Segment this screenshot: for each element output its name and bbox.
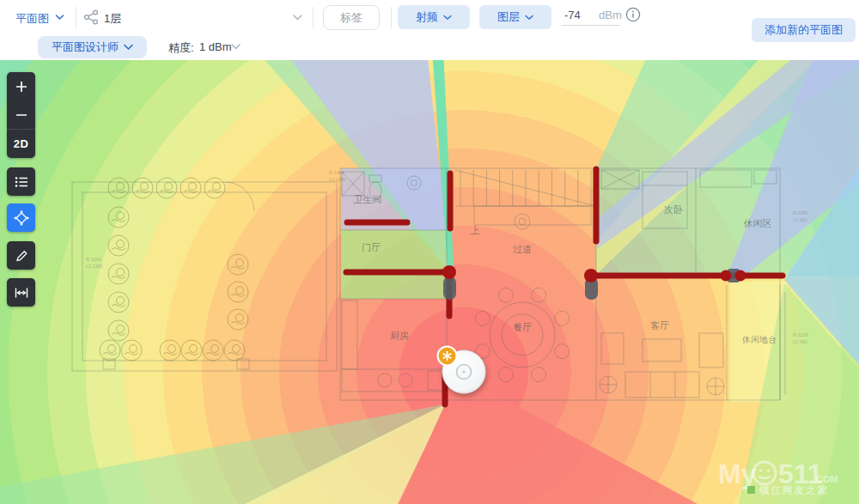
wall-endpoint[interactable] <box>735 270 746 282</box>
top-toolbar: 平面图 1层 标签 射频 图层 -74 dBm 添加新 <box>0 0 859 60</box>
divider <box>313 7 314 28</box>
signal-threshold-input[interactable]: -74 <box>564 9 581 21</box>
svg-text:.COM: .COM <box>813 474 838 484</box>
move-icon <box>13 209 30 227</box>
nodes-icon <box>83 9 100 25</box>
room-label-foyer: 门厅 <box>362 242 381 252</box>
room-label-up: 上 <box>471 225 480 235</box>
dbm-unit-label: dBm <box>599 9 622 21</box>
svg-text:镇江网友之家: 镇江网友之家 <box>758 484 829 496</box>
heatmap-canvas[interactable]: 卫生间 门厅 上 过道 厨房 餐厅 次卧 休闲区 客厅 休闲地台 R:1440 … <box>0 60 859 504</box>
tag-button[interactable]: 标签 <box>323 5 380 30</box>
chevron-down-icon <box>443 15 452 21</box>
dim-label: L2:420 <box>793 339 807 344</box>
dim-label: R:1640 <box>86 257 101 262</box>
room-label-living: 客厅 <box>650 320 669 331</box>
pencil-icon <box>14 248 29 264</box>
room-label-corridor: 过道 <box>513 244 532 254</box>
precision-label: 精度: <box>168 40 194 56</box>
2d-toggle-button[interactable]: 2D <box>7 129 35 158</box>
plus-icon <box>15 80 28 94</box>
signal-threshold-underline <box>562 25 620 26</box>
divider <box>391 7 392 28</box>
room-label-dining: 餐厅 <box>513 322 532 332</box>
floorplan-menu[interactable]: 平面图 <box>15 11 49 27</box>
ap-status-badge[interactable] <box>438 347 457 366</box>
dim-label: L2:420 <box>793 217 807 222</box>
room-label-bedroom2: 次卧 <box>664 204 683 215</box>
chevron-down-icon <box>525 15 533 21</box>
chevron-down-icon <box>124 44 133 51</box>
chevron-down-icon[interactable] <box>292 14 303 21</box>
svg-text:My: My <box>718 458 757 489</box>
move-tool-button[interactable] <box>7 203 35 232</box>
floor-label[interactable]: 1层 <box>104 11 121 27</box>
room-label-leisure: 休闲区 <box>744 218 772 228</box>
layers-button[interactable]: 图层 <box>479 5 551 29</box>
room-label-kitchen: 厨房 <box>390 331 409 341</box>
wall-endpoint[interactable] <box>721 270 732 282</box>
door[interactable] <box>443 276 456 300</box>
room-label-platform: 休闲地台 <box>741 335 777 344</box>
layers-list-button[interactable] <box>7 167 35 196</box>
rf-button[interactable]: 射频 <box>398 5 470 29</box>
floorplan-designer-button[interactable]: 平面图设计师 <box>38 36 147 58</box>
wall-endpoint[interactable] <box>584 269 598 282</box>
zoom-control-group: 2D <box>7 72 35 158</box>
measure-tool-button[interactable] <box>7 278 35 307</box>
draw-wall-button[interactable] <box>7 241 35 270</box>
room-label-bathroom: 卫生间 <box>353 194 382 204</box>
zoom-out-button[interactable] <box>7 100 35 129</box>
precision-value[interactable]: 1 dBm <box>199 40 232 53</box>
list-icon <box>14 175 29 189</box>
dim-label: R:1440 <box>329 170 344 175</box>
wifi-planner-app: 平面图 1层 标签 射频 图层 -74 dBm 添加新 <box>0 0 859 504</box>
chevron-down-icon <box>55 14 64 21</box>
dim-label: L2:1380 <box>86 264 103 269</box>
measure-icon <box>14 285 29 301</box>
divider <box>76 7 76 28</box>
dim-label: R:2080 <box>793 210 808 216</box>
zoom-in-button[interactable] <box>7 72 35 100</box>
wall-endpoint[interactable] <box>442 265 456 279</box>
dim-label: L2:1380 <box>329 177 346 182</box>
add-floorplan-button[interactable]: 添加新的平面图 <box>752 18 856 42</box>
dim-label: R:2200 <box>793 332 808 337</box>
minus-icon <box>15 108 28 122</box>
chevron-down-icon[interactable] <box>230 43 241 51</box>
info-icon[interactable] <box>625 7 641 22</box>
